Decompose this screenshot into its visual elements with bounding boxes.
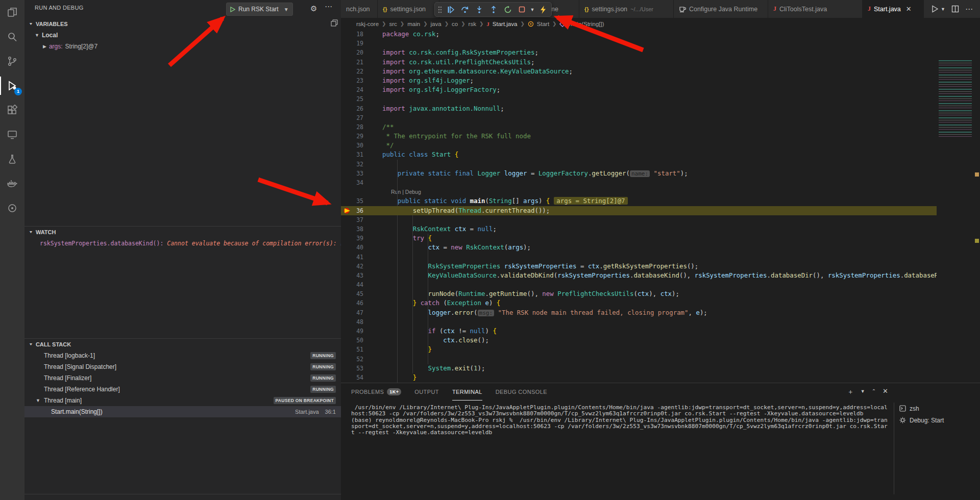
source-control-icon[interactable]: [0, 49, 24, 73]
chevron-down-icon[interactable]: ▼: [861, 387, 865, 396]
panel-tab-terminal[interactable]: TERMINAL: [452, 383, 482, 401]
call-stack-thread[interactable]: Thread [Signal Dispatcher]RUNNING: [24, 361, 341, 372]
breakpoint-gutter[interactable]: [341, 280, 353, 289]
breakpoint-gutter[interactable]: [341, 345, 353, 354]
breakpoint-gutter[interactable]: [341, 224, 353, 234]
launch-config-dropdown[interactable]: Run RSK Start ▼: [226, 3, 293, 16]
breakpoint-gutter[interactable]: [341, 48, 353, 57]
terminal-list-item[interactable]: zsh: [894, 403, 980, 414]
watch-expression[interactable]: rskSystemProperties.databaseKind(): Cann…: [24, 238, 341, 249]
breakpoint-gutter[interactable]: [341, 327, 353, 336]
tab-start-java[interactable]: JStart.java✕: [863, 0, 924, 18]
breakpoint-gutter[interactable]: [341, 206, 353, 215]
breakpoint-gutter[interactable]: [341, 317, 353, 327]
call-stack-thread[interactable]: ▼Thread [main]PAUSED ON BREAKPOINT: [24, 395, 341, 406]
tab-configure-java-runtime[interactable]: Configure Java Runtime: [674, 0, 768, 18]
variable-args[interactable]: ▶ args: String[2]@7: [24, 41, 341, 52]
breakpoint-gutter[interactable]: [341, 178, 353, 187]
breakpoint-gutter[interactable]: [341, 76, 353, 85]
breakpoint-gutter[interactable]: [341, 215, 353, 224]
breakpoint-gutter[interactable]: [341, 364, 353, 373]
breakpoint-gutter[interactable]: [341, 373, 353, 382]
breakpoint-gutter[interactable]: [341, 132, 353, 141]
code-editor[interactable]: 18package co.rsk;1920import co.rsk.confi…: [341, 30, 980, 383]
variables-header[interactable]: ▼VARIABLES: [24, 18, 341, 30]
extensions-icon[interactable]: [0, 98, 24, 122]
tab-clitoolstest-java[interactable]: JCliToolsTest.java: [768, 0, 863, 18]
breakpoint-gutter[interactable]: [341, 39, 353, 48]
call-stack-thread[interactable]: Thread [Finalizer]RUNNING: [24, 372, 341, 384]
breadcrumb-item[interactable]: java: [431, 21, 442, 27]
chevron-down-icon[interactable]: ▼: [530, 7, 535, 12]
breakpoint-gutter[interactable]: [341, 58, 353, 67]
scope-local[interactable]: ▼Local: [24, 30, 341, 41]
gear-icon[interactable]: ⚙: [310, 4, 317, 13]
new-terminal-icon[interactable]: ＋: [847, 387, 854, 396]
breakpoint-gutter[interactable]: [341, 113, 353, 122]
breadcrumb-item[interactable]: rskj-core: [356, 21, 379, 27]
breakpoint-gutter[interactable]: [341, 253, 353, 262]
tab-settings-json[interactable]: {}settings.json: [378, 0, 439, 18]
panel-tab-problems[interactable]: PROBLEMS1K+: [351, 383, 401, 401]
breakpoint-gutter[interactable]: [341, 104, 353, 113]
breadcrumb-item[interactable]: rsk: [469, 21, 476, 27]
run-debug-icon[interactable]: 1: [0, 73, 24, 98]
tab-launch-json-partial[interactable]: nch.json: [341, 0, 378, 18]
breadcrumb-item[interactable]: co: [452, 21, 458, 27]
breadcrumb-item[interactable]: main: [407, 21, 420, 27]
search-icon[interactable]: [0, 24, 24, 49]
breadcrumb-item[interactable]: src: [389, 21, 397, 27]
minimap[interactable]: [937, 59, 974, 383]
chevron-down-icon[interactable]: ▼: [941, 7, 945, 12]
terminal-list-item[interactable]: Debug: Start: [894, 414, 980, 426]
breakpoint-gutter[interactable]: [341, 122, 353, 132]
testing-icon[interactable]: [0, 147, 24, 171]
hot-code-replace-bolt-icon[interactable]: [536, 3, 549, 16]
stop-icon[interactable]: [516, 3, 528, 16]
breakpoint-gutter[interactable]: [341, 355, 353, 364]
extension-misc-icon[interactable]: [0, 196, 24, 220]
continue-icon[interactable]: [445, 3, 457, 16]
breakpoint-gutter[interactable]: [341, 289, 353, 298]
step-out-icon[interactable]: [487, 3, 500, 16]
breakpoint-gutter[interactable]: [341, 243, 353, 252]
explorer-icon[interactable]: [0, 0, 24, 24]
breadcrumb-symbol[interactable]: Start: [537, 21, 549, 27]
breakpoint-gutter[interactable]: [341, 336, 353, 345]
watch-header[interactable]: ▼WATCH: [24, 227, 341, 238]
more-actions-icon[interactable]: ⋯: [965, 5, 973, 14]
maximize-panel-icon[interactable]: ⌃: [872, 387, 876, 396]
breakpoint-gutter[interactable]: [341, 30, 353, 39]
breakpoint-gutter[interactable]: [341, 298, 353, 308]
step-into-icon[interactable]: [473, 3, 486, 16]
breakpoint-gutter[interactable]: [341, 67, 353, 76]
tab-settings-json-user[interactable]: {}settings.json~/.../User: [579, 0, 674, 18]
breakpoint-gutter[interactable]: [341, 150, 353, 159]
call-stack-header[interactable]: ▼CALL STACK: [24, 339, 341, 350]
remote-explorer-icon[interactable]: [0, 122, 24, 147]
breakpoint-gutter[interactable]: [341, 271, 353, 280]
step-over-icon[interactable]: [459, 3, 472, 16]
breakpoint-gutter[interactable]: [341, 141, 353, 150]
breadcrumb-file[interactable]: Start.java: [493, 21, 518, 27]
breakpoint-gutter[interactable]: [341, 94, 353, 104]
call-stack-thread[interactable]: Thread [logback-1]RUNNING: [24, 350, 341, 361]
docker-icon[interactable]: [0, 171, 24, 196]
breakpoint-gutter[interactable]: [341, 308, 353, 317]
run-java-icon[interactable]: [931, 5, 939, 13]
breakpoint-gutter[interactable]: [341, 196, 353, 206]
stack-frame-selected[interactable]: Start.main(String[]) Start.java 36:1: [24, 406, 341, 417]
restart-icon[interactable]: [501, 3, 514, 16]
panel-tab-debug-console[interactable]: DEBUG CONSOLE: [496, 383, 547, 401]
close-icon[interactable]: ✕: [906, 5, 912, 13]
codelens-run-debug[interactable]: Run | Debug: [341, 187, 980, 196]
breakpoint-gutter[interactable]: [341, 262, 353, 271]
close-panel-icon[interactable]: ✕: [883, 387, 888, 396]
breakpoint-gutter[interactable]: [341, 234, 353, 243]
breakpoint-gutter[interactable]: [341, 169, 353, 178]
drag-handle-icon[interactable]: [437, 6, 443, 13]
terminal-output[interactable]: /usr/bin/env /Library/Internet\ Plug-Ins…: [351, 405, 887, 436]
breadcrumb-member[interactable]: main(String[]): [569, 21, 604, 27]
more-actions-icon[interactable]: ⋯: [325, 2, 333, 11]
split-editor-icon[interactable]: [951, 5, 959, 13]
